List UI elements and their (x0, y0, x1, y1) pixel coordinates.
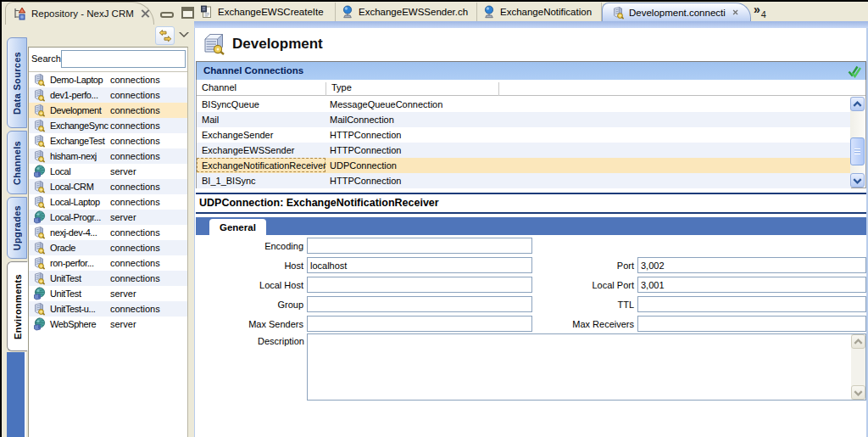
tree-item-type: connections (110, 304, 160, 314)
repository-view-tab[interactable]: Repository - NexJ CRM (5, 2, 154, 25)
description-textarea[interactable] (308, 334, 851, 400)
table-scrollbar[interactable] (850, 97, 865, 188)
tree-row[interactable]: dev1-perfo... connections (29, 87, 187, 103)
column-header-channel[interactable]: Channel (197, 82, 326, 96)
table-row[interactable]: BISyncQueue MessageQueueConnection (197, 97, 851, 112)
editor-tab-development.connecti[interactable]: Development.connecti (602, 3, 751, 21)
tree-row[interactable]: UnitTest-u... connections (29, 301, 187, 317)
tree-row[interactable]: nexj-dev-4... connections (29, 225, 187, 240)
tree-row[interactable]: Development connections (29, 103, 187, 118)
table-row[interactable]: ExchangeSender HTTPConnection (197, 127, 851, 143)
tree-item-name: Oracle (50, 243, 75, 253)
tree-row[interactable]: Oracle connections (29, 240, 187, 255)
tree-row[interactable]: Local-Progr... server (29, 210, 187, 225)
connections-icon (32, 272, 46, 285)
vertical-tab-upgrades[interactable]: Upgrades (7, 197, 27, 259)
sync-arrows-icon (159, 29, 172, 42)
connections-icon (32, 134, 46, 148)
field-label-ttl: TTL (524, 300, 634, 310)
scroll-up-button[interactable] (850, 97, 865, 111)
tree-row[interactable]: UnitTest server (29, 286, 187, 301)
field-input-group[interactable] (307, 296, 532, 312)
cell-type: MailConnection (330, 115, 394, 125)
chevron-right-icon: » (754, 4, 760, 14)
tab-general[interactable]: General (209, 219, 266, 235)
cell-channel: ExchangeEWSSender (202, 145, 294, 155)
close-icon[interactable] (140, 8, 151, 19)
table-row[interactable]: ExchangeNotificationReceiver UDPConnecti… (197, 158, 851, 173)
tab-overflow-indicator[interactable]: » 4 (754, 4, 766, 20)
tree-row[interactable]: Demo-Laptop connections (29, 72, 187, 87)
tree-item-name: ron-perfor... (50, 258, 94, 268)
detail-separator-top (196, 193, 866, 194)
field-input-max-senders[interactable] (307, 316, 532, 332)
tree-item-name: Local-CRM (50, 182, 93, 192)
connections-icon (32, 256, 46, 270)
close-tab-icon[interactable] (732, 7, 738, 18)
view-menu-dropdown[interactable] (179, 32, 189, 37)
maximize-view-button[interactable] (181, 7, 194, 19)
tree-item-name: hisham-nexj (50, 151, 97, 161)
vertical-tab-environments[interactable]: Environments (7, 261, 28, 351)
tree-row[interactable]: ExchangeTest connections (29, 133, 187, 148)
tree-row[interactable]: Local-Laptop connections (29, 194, 187, 210)
field-label-local-host: Local Host (193, 280, 303, 290)
tree-item-type: connections (110, 136, 160, 146)
editor-tab-exchangeewssender.ch[interactable]: ExchangeEWSSender.ch (336, 3, 477, 21)
tree-item-name: Local-Progr... (50, 212, 101, 222)
channel-icon (482, 5, 496, 19)
minimize-view-button[interactable] (160, 12, 174, 18)
tree-item-name: ExchangeSync (50, 120, 108, 131)
tree-item-type: server (110, 166, 136, 176)
tree-row[interactable]: Local server (29, 164, 187, 179)
tree-row[interactable]: Local-CRM connections (29, 179, 187, 194)
vertical-tab-strip-filler (7, 352, 26, 437)
table-row[interactable]: ExchangeEWSSender HTTPConnection (197, 143, 851, 158)
tree-item-type: connections (110, 90, 160, 100)
column-header-empty[interactable] (498, 82, 851, 96)
field-input-host[interactable] (307, 257, 532, 273)
vertical-tab-channels[interactable]: Channels (7, 131, 27, 194)
tree-row[interactable]: hisham-nexj connections (29, 148, 187, 164)
scroll-down-button[interactable] (850, 173, 865, 188)
table-row[interactable]: BI_1_BISync HTTPConnection (197, 173, 851, 188)
field-input-local-host[interactable] (307, 277, 532, 293)
search-input[interactable] (61, 50, 186, 68)
field-input-port[interactable] (637, 257, 866, 273)
server-icon (32, 287, 46, 300)
vertical-tab-data-sources[interactable]: Data Sources (7, 37, 27, 128)
tree-row[interactable]: WebSphere server (29, 317, 187, 332)
scroll-up-button[interactable] (851, 334, 865, 349)
field-input-max-receivers[interactable] (637, 316, 866, 332)
field-label-encoding: Encoding (193, 241, 303, 251)
form-header: Development (196, 28, 866, 61)
editor-tab-exchangenotification[interactable]: ExchangeNotification (477, 3, 602, 21)
connections-icon (32, 195, 46, 209)
field-input-local-port[interactable] (637, 277, 866, 293)
cell-channel: Mail (202, 115, 219, 125)
tree-item-type: server (110, 289, 136, 299)
tree-item-name: Local-Laptop (50, 197, 100, 207)
server-icon (32, 317, 46, 331)
tree-row[interactable]: ron-perfor... connections (29, 255, 187, 271)
scrollbar-thumb[interactable] (850, 137, 865, 165)
cell-type: HTTPConnection (330, 176, 401, 186)
tree-item-type: connections (110, 182, 160, 192)
application-window: Repository - NexJ CRM Data Sources Chann… (0, 0, 868, 437)
editor-tab-exchangeewscreateite[interactable]: ExchangeEWSCreateIte (195, 3, 336, 21)
table-row[interactable]: Mail MailConnection (197, 112, 851, 127)
cell-channel: BI_1_BISync (202, 176, 256, 186)
scroll-down-button[interactable] (851, 385, 865, 400)
tree-row[interactable]: ExchangeSync connections (29, 118, 187, 133)
link-with-editor-button[interactable] (155, 26, 175, 45)
tree-row[interactable]: UnitTest connections (29, 271, 187, 286)
field-input-encoding[interactable] (307, 238, 532, 254)
field-input-ttl[interactable] (637, 296, 866, 312)
channel-connections-table: Channel Type BISyncQueue MessageQueueCon… (196, 80, 866, 188)
connections-icon (32, 149, 46, 163)
description-scrollbar[interactable] (851, 334, 865, 400)
column-header-type[interactable]: Type (326, 82, 498, 96)
description-field-frame (307, 333, 866, 401)
field-label-host: Host (193, 261, 303, 271)
tree-item-name: nexj-dev-4... (50, 227, 97, 238)
